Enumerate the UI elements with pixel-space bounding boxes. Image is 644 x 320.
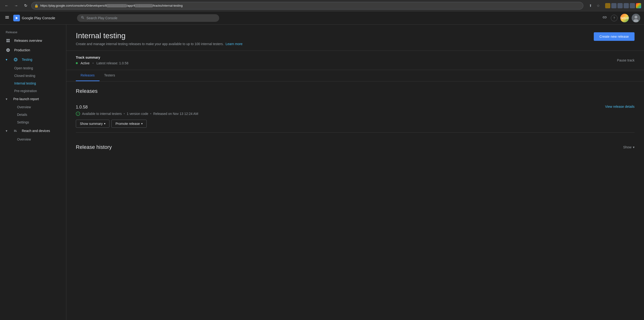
search-input[interactable] (86, 16, 216, 20)
forward-button[interactable]: → (12, 2, 20, 10)
reach-devices-label: Reach and devices (22, 129, 50, 133)
track-status-row: Active • Latest release: 1.0.58 (76, 61, 128, 65)
search-bar[interactable] (77, 14, 219, 22)
releases-overview-label: Releases overview (14, 39, 42, 43)
page-title: Internal testing (76, 31, 243, 40)
sidebar-item-releases-overview[interactable]: Releases overview (0, 36, 63, 45)
tab-releases[interactable]: Releases (76, 70, 100, 81)
version-code: 1 version code (127, 112, 148, 116)
play-console-logo-icon (13, 15, 20, 21)
tabs-container: Releases Testers (66, 70, 644, 81)
open-testing-label: Open testing (14, 66, 33, 70)
testing-icon (13, 57, 18, 62)
sidebar-release-label: Release (0, 27, 66, 36)
main-content: Internal testing Create and manage inter… (66, 25, 644, 320)
show-history-button[interactable]: Show ▾ (623, 145, 634, 149)
browser-actions: ⬆ ☆ (587, 2, 601, 9)
url-text: https://play.google.com/console/u/0/deve… (40, 4, 580, 7)
show-summary-button[interactable]: Show summary ▾ (76, 120, 110, 128)
url-bar[interactable]: 🔒 https://play.google.com/console/u/0/de… (31, 2, 583, 10)
overview-label: Overview (17, 105, 31, 109)
reach-chevron: ▾ (6, 129, 10, 133)
release-history-title: Release history (76, 144, 112, 150)
latest-release-info: Latest release: 1.0.58 (96, 61, 128, 65)
svg-point-3 (634, 16, 637, 19)
show-summary-chevron: ▾ (104, 122, 106, 125)
create-new-release-button[interactable]: Create new release (594, 32, 634, 41)
reach-devices-icon (13, 128, 18, 133)
promote-release-button[interactable]: Promote release ▾ (111, 120, 147, 128)
app-display-name: Pariyatti (620, 16, 629, 20)
sidebar-item-open-testing[interactable]: Open testing (0, 64, 63, 72)
track-status: Active (80, 61, 90, 65)
sidebar-item-reach-devices[interactable]: ▾ Reach and devices (0, 126, 63, 135)
release-version: 1.0.58 (76, 105, 88, 110)
track-summary-left: Track summary Active • Latest release: 1… (76, 56, 128, 65)
internal-testing-label: Internal testing (14, 81, 36, 85)
back-button[interactable]: ← (3, 2, 10, 10)
bookmark-icon[interactable]: ☆ (595, 2, 601, 9)
release-item: 1.0.58 View release details ✓ Available … (76, 100, 634, 133)
link-icon-button[interactable] (601, 14, 608, 22)
details-label: Details (17, 113, 27, 117)
sidebar-item-testing[interactable]: ▾ Testing (0, 55, 63, 64)
reach-overview-label: Overview (17, 137, 31, 141)
track-summary: Track summary Active • Latest release: 1… (66, 51, 644, 70)
page-header: Internal testing Create and manage inter… (66, 25, 644, 51)
releases-section: Releases 1.0.58 View release details ✓ A… (66, 81, 644, 139)
sidebar-item-pre-launch-report[interactable]: ▾ Pre-launch report (0, 95, 63, 103)
promote-chevron: ▾ (141, 122, 143, 125)
track-summary-title: Track summary (76, 56, 128, 59)
sidebar-item-pre-registration[interactable]: Pre-registration (0, 87, 63, 95)
user-avatar[interactable] (632, 14, 640, 22)
production-icon (6, 48, 10, 53)
global-nav: Google Play Console ? Pariyatti (0, 12, 644, 25)
sidebar-item-details[interactable]: Details (0, 111, 63, 118)
release-status: Available to internal testers (82, 112, 122, 116)
sidebar-item-reach-overview[interactable]: Overview (0, 135, 63, 143)
search-icon (81, 16, 84, 21)
extension-icons (605, 3, 641, 8)
app-icon[interactable]: Pariyatti (620, 14, 629, 22)
production-label: Production (14, 48, 30, 52)
closed-testing-label: Closed testing (14, 74, 35, 78)
sidebar-item-settings[interactable]: Settings (0, 118, 63, 126)
testing-label: Testing (22, 58, 32, 62)
pre-launch-chevron: ▾ (6, 97, 10, 101)
sidebar-item-closed-testing[interactable]: Closed testing (0, 72, 63, 80)
tab-testers[interactable]: Testers (100, 70, 120, 81)
refresh-button[interactable]: ↻ (22, 2, 30, 10)
sidebar: Release Releases overview Production ▾ (0, 25, 66, 320)
nav-actions: ? Pariyatti (601, 14, 640, 22)
release-history-section: Release history Show ▾ (66, 139, 644, 162)
app-name: Google Play Console (22, 16, 55, 20)
status-check-icon: ✓ (76, 112, 80, 116)
releases-overview-icon (6, 38, 10, 43)
main-layout: Release Releases overview Production ▾ (0, 25, 644, 320)
hamburger-button[interactable] (4, 14, 10, 22)
pre-launch-label: Pre-launch report (13, 97, 39, 101)
app-logo: Google Play Console (13, 15, 55, 21)
lock-icon: 🔒 (34, 4, 38, 8)
status-dot (76, 62, 78, 64)
status-separator: • (92, 61, 94, 65)
release-header-row: 1.0.58 View release details (76, 105, 634, 110)
release-status-row: ✓ Available to internal testers • 1 vers… (76, 112, 634, 116)
page-description: Create and manage internal testing relea… (76, 42, 243, 46)
page-header-left: Internal testing Create and manage inter… (76, 31, 243, 46)
settings-label: Settings (17, 120, 29, 124)
help-icon-button[interactable]: ? (611, 15, 618, 21)
sidebar-item-overview[interactable]: Overview (0, 103, 63, 111)
share-icon[interactable]: ⬆ (587, 2, 594, 9)
sidebar-item-production[interactable]: Production (0, 45, 63, 55)
sidebar-item-internal-testing[interactable]: Internal testing (0, 80, 63, 87)
releases-title: Releases (76, 88, 634, 94)
pause-track-button[interactable]: Pause track (617, 58, 634, 62)
view-release-details-link[interactable]: View release details (605, 105, 634, 108)
browser-chrome: ← → ↻ 🔒 https://play.google.com/console/… (0, 0, 644, 12)
pre-registration-label: Pre-registration (14, 89, 37, 93)
release-actions: Show summary ▾ Promote release ▾ (76, 120, 634, 128)
show-history-chevron: ▾ (633, 145, 634, 149)
release-date: Released on Nov 13 12:24 AM (153, 112, 198, 116)
learn-more-link[interactable]: Learn more (226, 42, 243, 46)
